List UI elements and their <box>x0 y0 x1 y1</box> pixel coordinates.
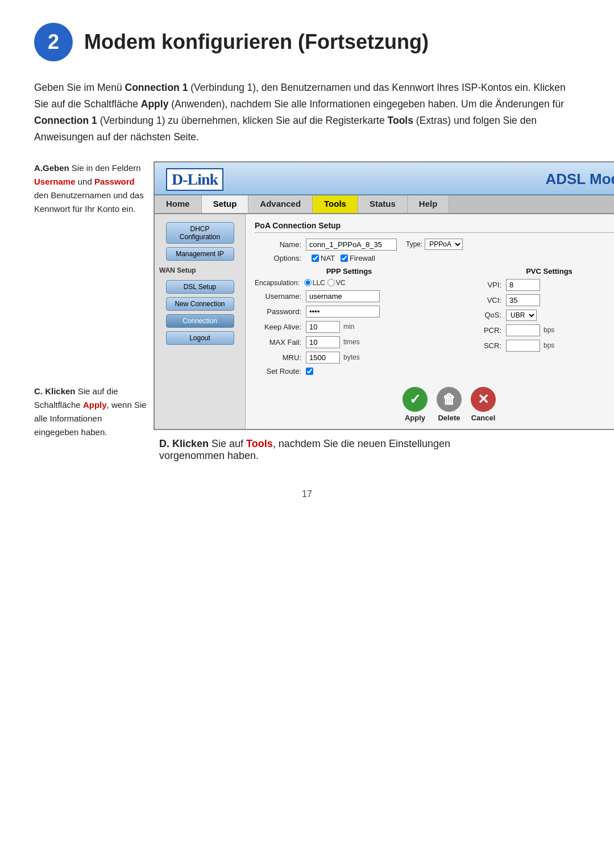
nat-checkbox[interactable] <box>312 254 319 262</box>
tab-tools[interactable]: Tools <box>313 195 358 213</box>
type-select[interactable]: PPPoA PPPoE <box>425 239 463 250</box>
sidebar-dhcp[interactable]: DHCP Configuration <box>166 222 234 244</box>
router-content: DHCP Configuration Management IP WAN Set… <box>155 214 614 429</box>
cancel-button[interactable]: ✕ Cancel <box>471 387 496 422</box>
router-product-name: ADSL Modem <box>545 170 614 188</box>
annotation-a: A.Geben Sie in den Feldern Username und … <box>34 161 148 216</box>
router-sidebar: DHCP Configuration Management IP WAN Set… <box>155 214 246 429</box>
password-row: Password: <box>255 306 443 318</box>
firewall-checkbox[interactable] <box>341 254 348 262</box>
type-label: Type: <box>406 240 422 248</box>
page-header: 2 Modem konfigurieren (Fortsetzung) <box>34 23 580 61</box>
options-label: Options: <box>255 254 306 262</box>
vpi-input[interactable] <box>506 279 540 291</box>
username-row: Username: <box>255 290 443 302</box>
tab-status[interactable]: Status <box>358 195 408 213</box>
tab-setup[interactable]: Setup <box>202 195 249 213</box>
qos-label: QoS: <box>455 311 506 319</box>
enc-vc-label[interactable]: VC <box>327 279 346 287</box>
delete-button[interactable]: 🗑 Delete <box>437 387 462 422</box>
set-route-checkbox[interactable] <box>306 368 313 375</box>
pvc-settings-title: PVC Settings <box>455 267 614 276</box>
pcr-label: PCR: <box>455 326 506 335</box>
pcr-unit: bps <box>544 326 554 334</box>
action-buttons: ✓ Apply 🗑 Delete ✕ Cancel <box>255 387 614 422</box>
sidebar-management-ip[interactable]: Management IP <box>166 247 234 261</box>
tab-home[interactable]: Home <box>155 195 202 213</box>
firewall-checkbox-label[interactable]: Firewall <box>341 254 375 262</box>
apply-label: Apply <box>405 414 425 422</box>
ppp-settings-title: PPP Settings <box>255 267 443 276</box>
sidebar-dsl-setup[interactable]: DSL Setup <box>166 280 234 294</box>
pcr-row: PCR: bps <box>455 324 614 336</box>
scr-label: SCR: <box>455 341 506 350</box>
mru-input[interactable] <box>306 352 340 364</box>
max-fail-unit: times <box>343 338 360 346</box>
delete-icon: 🗑 <box>437 387 462 412</box>
intro-connection1b: Connection 1 <box>34 115 97 126</box>
keep-alive-label: Keep Alive: <box>255 323 306 331</box>
enc-vc-radio[interactable] <box>327 279 335 286</box>
dlink-logo: D-Link <box>166 168 223 191</box>
annotation-c: C. Klicken Sie auf die Schaltfläche Appl… <box>34 385 148 439</box>
intro-tools: Tools <box>388 115 413 126</box>
username-input[interactable] <box>306 290 380 302</box>
form-columns: PPP Settings Encapsulation: LLC VC <box>255 267 614 379</box>
sidebar-new-connection[interactable]: New Connection <box>166 297 234 311</box>
cancel-label: Cancel <box>471 414 496 422</box>
annotation-d-tools: Tools <box>246 438 273 449</box>
keep-alive-input[interactable] <box>306 321 340 333</box>
keep-alive-row: Keep Alive: min <box>255 321 443 333</box>
vci-label: VCI: <box>455 296 506 304</box>
sidebar-wan-label: WAN Setup <box>155 264 245 277</box>
password-input[interactable] <box>306 306 380 318</box>
scr-unit: bps <box>544 341 554 349</box>
delete-label: Delete <box>438 414 460 422</box>
tab-help[interactable]: Help <box>408 195 450 213</box>
scr-input[interactable] <box>506 340 540 352</box>
nat-checkbox-label[interactable]: NAT <box>312 254 335 262</box>
page-number: 17 <box>34 489 580 499</box>
annotation-d: D. Klicken Sie auf Tools, nachdem Sie di… <box>154 438 460 462</box>
page-title: Modem konfigurieren (Fortsetzung) <box>84 30 429 54</box>
qos-row: QoS: UBR CBR <box>455 310 614 321</box>
apply-button[interactable]: ✓ Apply <box>403 387 428 422</box>
max-fail-label: MAX Fail: <box>255 338 306 347</box>
apply-icon: ✓ <box>403 387 428 412</box>
vpi-row: VPI: <box>455 279 614 291</box>
mru-row: MRU: bytes <box>255 352 443 364</box>
mru-unit: bytes <box>343 353 360 361</box>
router-header: D-Link ADSL Modem <box>155 162 614 195</box>
enc-llc-radio[interactable] <box>304 279 312 286</box>
username-label: Username: <box>255 292 306 301</box>
password-label: Password: <box>255 307 306 316</box>
tab-advanced[interactable]: Advanced <box>248 195 313 213</box>
qos-select[interactable]: UBR CBR <box>506 310 537 321</box>
intro-apply: Apply <box>141 98 169 110</box>
sidebar-connection[interactable]: Connection <box>166 314 234 328</box>
max-fail-row: MAX Fail: times <box>255 336 443 348</box>
router-nav: Home Setup Advanced Tools Status Help <box>155 195 614 214</box>
encapsulation-label: Encapsulation: <box>255 279 300 287</box>
enc-llc-label[interactable]: LLC <box>304 279 325 287</box>
name-type-row: Name: Type: PPPoA PPPoE <box>255 239 614 251</box>
options-row: Options: NAT Firewall <box>255 254 614 262</box>
name-input[interactable] <box>306 239 397 251</box>
intro-paragraph: Geben Sie im Menü Connection 1 (Verbindu… <box>34 80 580 145</box>
name-label: Name: <box>255 240 306 249</box>
section-title: PoA Connection Setup <box>255 221 614 233</box>
vci-input[interactable] <box>506 294 540 306</box>
annotation-d-bold: D. Klicken <box>159 438 209 449</box>
ppp-settings-col: PPP Settings Encapsulation: LLC VC <box>255 267 443 379</box>
sidebar-logout[interactable]: Logout <box>166 331 234 345</box>
step-number: 2 <box>34 23 73 61</box>
pcr-input[interactable] <box>506 324 540 336</box>
cancel-icon: ✕ <box>471 387 496 412</box>
set-route-row: Set Route: <box>255 367 443 375</box>
max-fail-input[interactable] <box>306 336 340 348</box>
set-route-label: Set Route: <box>255 367 306 375</box>
router-main-form: PoA Connection Setup Name: Type: PPPoA P… <box>246 214 614 429</box>
mru-label: MRU: <box>255 353 306 362</box>
encapsulation-row: Encapsulation: LLC VC <box>255 279 443 287</box>
keep-alive-unit: min <box>343 323 354 331</box>
